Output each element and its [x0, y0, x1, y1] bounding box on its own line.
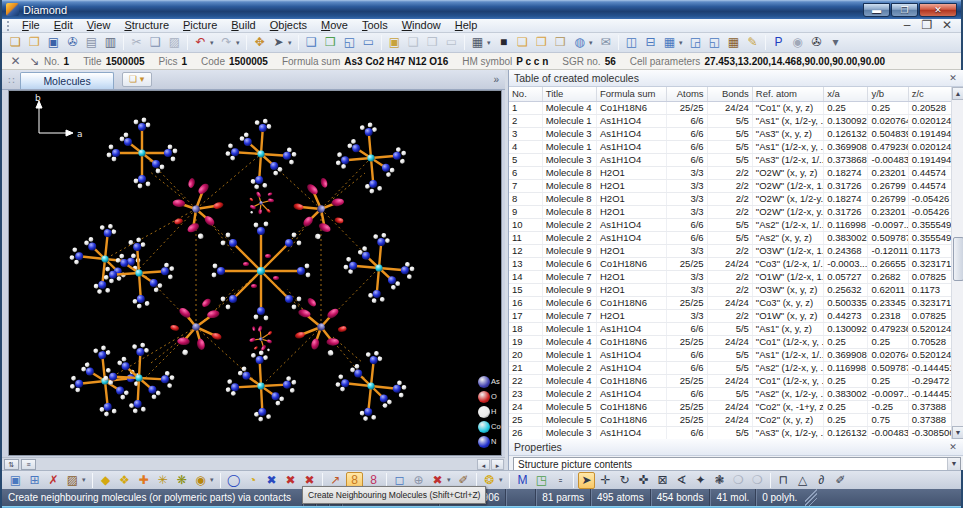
- table-close-icon[interactable]: ✕: [946, 73, 960, 83]
- molecule-row[interactable]: 18 Molecule 1 As1H1O4 6/6 5/5 "As1" (x, …: [509, 322, 952, 335]
- table-panel-header[interactable]: Table of created molecules ✕: [509, 70, 963, 87]
- molecule-row[interactable]: 6 Molecule 8 H2O1 3/3 2/2 "O2W" (x, y, z…: [509, 166, 952, 179]
- browse-web-icon[interactable]: ◍: [571, 34, 588, 51]
- open-file-icon[interactable]: ❐: [26, 34, 43, 51]
- col-yb[interactable]: y/b: [868, 87, 908, 101]
- molecule-row[interactable]: 19 Molecule 4 Co1H18N6 25/25 24/24 "Co1"…: [509, 335, 952, 348]
- save-picture-icon[interactable]: ▣: [386, 34, 403, 51]
- delete-contacts-dropdown-icon[interactable]: ▾: [447, 476, 454, 484]
- filter-atoms-icon[interactable]: ▨: [64, 472, 81, 489]
- picture-props-icon[interactable]: ◳: [533, 472, 550, 489]
- measure-dihedral-icon[interactable]: ∂: [813, 472, 830, 489]
- molecule-row[interactable]: 7 Molecule 8 H2O1 3/3 2/2 "O2W" (1/2-x, …: [509, 179, 952, 192]
- add-atom-icon[interactable]: ✚: [135, 472, 152, 489]
- filter-atoms-dropdown-icon[interactable]: ▾: [82, 476, 89, 484]
- build-overflow-icon[interactable]: ⹀: [552, 472, 569, 489]
- print-preview-icon[interactable]: ▤: [83, 34, 100, 51]
- molecule-row[interactable]: 16 Molecule 6 Co1H18N6 25/25 24/24 "Co3"…: [509, 296, 952, 309]
- col-atoms[interactable]: Atoms: [667, 87, 707, 101]
- pointer-mode-icon[interactable]: ➤: [270, 34, 287, 51]
- title-bar[interactable]: Diamond ▬ ❐ ✕: [2, 0, 961, 19]
- build-network-icon[interactable]: ❋: [173, 472, 190, 489]
- child-restore-icon[interactable]: ❐: [920, 17, 934, 34]
- canvas-horizontal-scrollbar[interactable]: ⇅ ≡ ◂ ▸: [2, 457, 505, 470]
- video-record-icon[interactable]: ✇: [808, 34, 825, 51]
- molecule-row[interactable]: 9 Molecule 8 H2O1 3/3 2/2 "O2W" (1/2-x, …: [509, 205, 952, 218]
- menu-item[interactable]: Picture: [176, 19, 224, 32]
- picture-wide-icon[interactable]: ▭: [360, 34, 377, 51]
- molecule-row[interactable]: 26 Molecule 3 As1H1O4 6/6 5/5 "As3" (x, …: [509, 426, 952, 439]
- col-ref-atom[interactable]: Ref. atom: [752, 87, 823, 101]
- fill-cell-icon[interactable]: ✖: [263, 472, 280, 489]
- picture-view-icon[interactable]: ❑: [303, 34, 320, 51]
- pan-icon[interactable]: ✥: [251, 34, 268, 51]
- copy-structure-icon[interactable]: ⊞: [26, 472, 43, 489]
- send-mail-icon[interactable]: ✉: [597, 34, 614, 51]
- molecule-row[interactable]: 5 Molecule 3 As1H1O4 6/6 5/5 "As3" (1/2-…: [509, 153, 952, 166]
- molecule-row[interactable]: 4 Molecule 1 As1H1O4 6/6 5/5 "As1" (1/2-…: [509, 140, 952, 153]
- molecule-row[interactable]: 2 Molecule 1 As1H1O4 6/6 5/5 "As1" (x, 1…: [509, 114, 952, 127]
- snapshot-camera-icon[interactable]: ◉: [789, 34, 806, 51]
- track-a-icon[interactable]: ❍: [730, 472, 747, 489]
- menu-item[interactable]: Help: [448, 19, 485, 32]
- menu-item[interactable]: Window: [395, 19, 448, 32]
- ring-search-icon[interactable]: ◯: [225, 472, 242, 489]
- picture-frame-icon[interactable]: ▭: [443, 34, 460, 51]
- molecule-row[interactable]: 1 Molecule 4 Co1H18N6 25/25 24/24 "Co1" …: [509, 101, 952, 114]
- table-vertical-scrollbar[interactable]: ▲ ▼: [951, 87, 963, 439]
- child-minimize-icon[interactable]: –: [900, 17, 914, 34]
- translate-view-icon[interactable]: ✜: [635, 472, 652, 489]
- picture-copy-icon[interactable]: ❑: [405, 34, 422, 51]
- measure-angle-icon[interactable]: △: [794, 472, 811, 489]
- col-formula-sum[interactable]: Formula sum: [596, 87, 666, 101]
- clear-structure-icon[interactable]: ✕: [7, 53, 24, 70]
- maximize-button[interactable]: ❐: [891, 3, 918, 17]
- tab-molecules[interactable]: Molecules: [20, 72, 113, 89]
- chart-table-icon[interactable]: ▦: [725, 34, 742, 51]
- table-grid-icon[interactable]: ▦: [469, 34, 486, 51]
- scroll-right-icon[interactable]: ▸: [491, 459, 504, 470]
- ring-fill-icon[interactable]: ◔: [244, 472, 261, 489]
- molecule-row[interactable]: 10 Molecule 2 As1H1O4 6/6 5/5 "As2" (1/2…: [509, 218, 952, 231]
- walk-view-icon[interactable]: ❃: [711, 472, 728, 489]
- picture-new-icon[interactable]: ❒: [322, 34, 339, 51]
- col-title[interactable]: Title: [542, 87, 596, 101]
- cut-icon[interactable]: ✂: [128, 34, 145, 51]
- molecule-row[interactable]: 11 Molecule 2 As1H1O4 6/6 5/5 "As2" (x, …: [509, 231, 952, 244]
- pattern-fill-dropdown-icon[interactable]: ▾: [499, 476, 506, 484]
- redo-icon[interactable]: ↷: [218, 34, 235, 51]
- zoom-view-icon[interactable]: ⊠: [654, 472, 671, 489]
- menu-item[interactable]: Edit: [47, 19, 80, 32]
- molecule-row[interactable]: 24 Molecule 5 Co1H18N6 25/25 24/24 "Co2"…: [509, 400, 952, 413]
- measure-properties-icon[interactable]: ✐: [832, 472, 849, 489]
- molecule-row[interactable]: 15 Molecule 9 H2O1 3/3 2/2 "O3W" (x, y, …: [509, 283, 952, 296]
- new-document-icon[interactable]: ❏: [7, 34, 24, 51]
- paste-icon[interactable]: ▨: [166, 34, 183, 51]
- structure-canvas[interactable]: b a As O H: [8, 90, 502, 456]
- chart-distances-icon[interactable]: ◲: [687, 34, 704, 51]
- list-toggle-icon[interactable]: ≡: [21, 459, 36, 470]
- undo-dropdown-icon[interactable]: ▾: [210, 39, 217, 47]
- molecule-row[interactable]: 13 Molecule 6 Co1H18N6 25/25 24/24 "Co3"…: [509, 257, 952, 270]
- select-cursor-icon[interactable]: ➤: [578, 472, 595, 489]
- molecule-row[interactable]: 21 Molecule 2 As1H1O4 6/6 5/5 "As2" (1/2…: [509, 361, 952, 374]
- track-b-icon[interactable]: ❍: [749, 472, 766, 489]
- picture-layout-icon[interactable]: ❒: [424, 34, 441, 51]
- panel-table-icon[interactable]: ▦: [661, 34, 678, 51]
- molecule-row[interactable]: 17 Molecule 7 H2O1 3/3 2/2 "O1W" (x, y, …: [509, 309, 952, 322]
- atom-cluster-icon[interactable]: ❖: [116, 472, 133, 489]
- connect-atoms-icon[interactable]: ✳: [154, 472, 171, 489]
- new-picture-icon[interactable]: ❏: [514, 34, 531, 51]
- panel-table-dropdown-icon[interactable]: ▾: [679, 39, 686, 47]
- undo-icon[interactable]: ↶: [192, 34, 209, 51]
- powder-pattern-icon[interactable]: P: [770, 34, 787, 51]
- menu-item[interactable]: Build: [224, 19, 262, 32]
- structure-picture-icon[interactable]: ▣: [7, 472, 24, 489]
- close-button[interactable]: ✕: [919, 3, 957, 17]
- picture-restore-icon[interactable]: ◱: [341, 34, 358, 51]
- menu-item[interactable]: Structure: [117, 19, 176, 32]
- grow-shell-dropdown-icon[interactable]: ▾: [210, 476, 217, 484]
- folder-link-icon[interactable]: ❒: [552, 34, 569, 51]
- col-xa[interactable]: x/a: [824, 87, 868, 101]
- spin-updown-icon[interactable]: ⇅: [4, 459, 19, 470]
